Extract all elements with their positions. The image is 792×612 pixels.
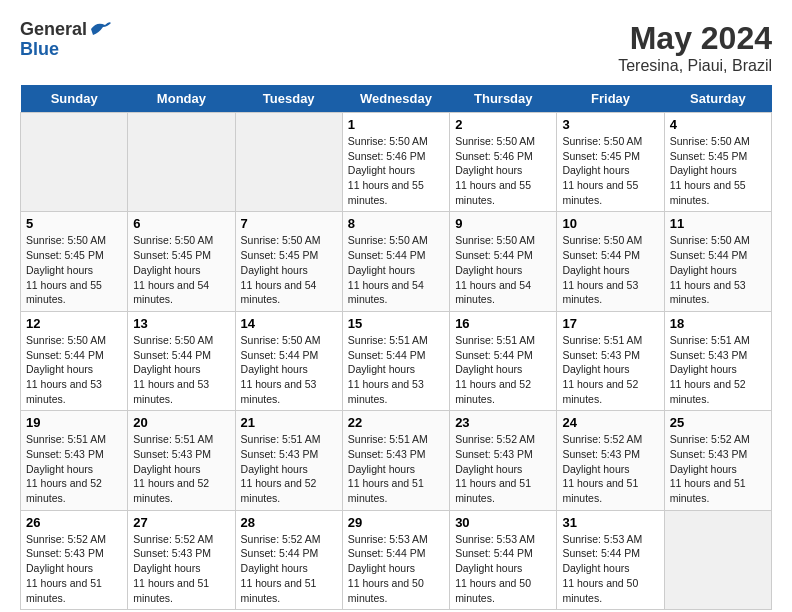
- header-sunday: Sunday: [21, 85, 128, 113]
- cell-info: Sunrise: 5:51 AM Sunset: 5:44 PM Dayligh…: [348, 333, 444, 406]
- cell-info: Sunrise: 5:50 AM Sunset: 5:45 PM Dayligh…: [26, 233, 122, 306]
- day-number: 5: [26, 216, 122, 231]
- day-number: 4: [670, 117, 766, 132]
- calendar-cell: 4 Sunrise: 5:50 AM Sunset: 5:45 PM Dayli…: [664, 113, 771, 212]
- calendar-cell: 28 Sunrise: 5:52 AM Sunset: 5:44 PM Dayl…: [235, 510, 342, 609]
- calendar-cell: 27 Sunrise: 5:52 AM Sunset: 5:43 PM Dayl…: [128, 510, 235, 609]
- cell-info: Sunrise: 5:50 AM Sunset: 5:45 PM Dayligh…: [241, 233, 337, 306]
- day-number: 23: [455, 415, 551, 430]
- calendar-cell: 15 Sunrise: 5:51 AM Sunset: 5:44 PM Dayl…: [342, 311, 449, 410]
- logo-bird-icon: [89, 19, 113, 39]
- calendar-table: Sunday Monday Tuesday Wednesday Thursday…: [20, 85, 772, 610]
- day-number: 3: [562, 117, 658, 132]
- day-number: 2: [455, 117, 551, 132]
- day-number: 21: [241, 415, 337, 430]
- day-number: 10: [562, 216, 658, 231]
- cell-info: Sunrise: 5:50 AM Sunset: 5:44 PM Dayligh…: [455, 233, 551, 306]
- day-number: 20: [133, 415, 229, 430]
- cell-info: Sunrise: 5:50 AM Sunset: 5:45 PM Dayligh…: [133, 233, 229, 306]
- cell-info: Sunrise: 5:52 AM Sunset: 5:43 PM Dayligh…: [455, 432, 551, 505]
- cell-info: Sunrise: 5:52 AM Sunset: 5:43 PM Dayligh…: [133, 532, 229, 605]
- calendar-cell: 18 Sunrise: 5:51 AM Sunset: 5:43 PM Dayl…: [664, 311, 771, 410]
- cell-info: Sunrise: 5:51 AM Sunset: 5:44 PM Dayligh…: [455, 333, 551, 406]
- page-header: General Blue May 2024 Teresina, Piaui, B…: [20, 20, 772, 75]
- cell-info: Sunrise: 5:51 AM Sunset: 5:43 PM Dayligh…: [133, 432, 229, 505]
- day-number: 28: [241, 515, 337, 530]
- calendar-cell: [664, 510, 771, 609]
- cell-info: Sunrise: 5:52 AM Sunset: 5:44 PM Dayligh…: [241, 532, 337, 605]
- day-number: 16: [455, 316, 551, 331]
- calendar-cell: 31 Sunrise: 5:53 AM Sunset: 5:44 PM Dayl…: [557, 510, 664, 609]
- cell-info: Sunrise: 5:53 AM Sunset: 5:44 PM Dayligh…: [348, 532, 444, 605]
- logo: General Blue: [20, 20, 113, 60]
- calendar-cell: 2 Sunrise: 5:50 AM Sunset: 5:46 PM Dayli…: [450, 113, 557, 212]
- day-number: 7: [241, 216, 337, 231]
- calendar-cell: 16 Sunrise: 5:51 AM Sunset: 5:44 PM Dayl…: [450, 311, 557, 410]
- cell-info: Sunrise: 5:50 AM Sunset: 5:44 PM Dayligh…: [133, 333, 229, 406]
- day-number: 30: [455, 515, 551, 530]
- day-number: 15: [348, 316, 444, 331]
- calendar-cell: 11 Sunrise: 5:50 AM Sunset: 5:44 PM Dayl…: [664, 212, 771, 311]
- day-number: 31: [562, 515, 658, 530]
- calendar-subtitle: Teresina, Piaui, Brazil: [618, 57, 772, 75]
- day-number: 22: [348, 415, 444, 430]
- cell-info: Sunrise: 5:53 AM Sunset: 5:44 PM Dayligh…: [455, 532, 551, 605]
- calendar-cell: 29 Sunrise: 5:53 AM Sunset: 5:44 PM Dayl…: [342, 510, 449, 609]
- calendar-cell: [128, 113, 235, 212]
- header-friday: Friday: [557, 85, 664, 113]
- cell-info: Sunrise: 5:51 AM Sunset: 5:43 PM Dayligh…: [26, 432, 122, 505]
- calendar-cell: 3 Sunrise: 5:50 AM Sunset: 5:45 PM Dayli…: [557, 113, 664, 212]
- day-number: 13: [133, 316, 229, 331]
- calendar-cell: 26 Sunrise: 5:52 AM Sunset: 5:43 PM Dayl…: [21, 510, 128, 609]
- cell-info: Sunrise: 5:52 AM Sunset: 5:43 PM Dayligh…: [670, 432, 766, 505]
- day-number: 17: [562, 316, 658, 331]
- calendar-cell: 21 Sunrise: 5:51 AM Sunset: 5:43 PM Dayl…: [235, 411, 342, 510]
- cell-info: Sunrise: 5:50 AM Sunset: 5:44 PM Dayligh…: [26, 333, 122, 406]
- cell-info: Sunrise: 5:51 AM Sunset: 5:43 PM Dayligh…: [348, 432, 444, 505]
- calendar-cell: [235, 113, 342, 212]
- cell-info: Sunrise: 5:52 AM Sunset: 5:43 PM Dayligh…: [562, 432, 658, 505]
- title-section: May 2024 Teresina, Piaui, Brazil: [618, 20, 772, 75]
- cell-info: Sunrise: 5:50 AM Sunset: 5:45 PM Dayligh…: [670, 134, 766, 207]
- calendar-cell: 25 Sunrise: 5:52 AM Sunset: 5:43 PM Dayl…: [664, 411, 771, 510]
- calendar-cell: 17 Sunrise: 5:51 AM Sunset: 5:43 PM Dayl…: [557, 311, 664, 410]
- cell-info: Sunrise: 5:50 AM Sunset: 5:44 PM Dayligh…: [348, 233, 444, 306]
- header-monday: Monday: [128, 85, 235, 113]
- header-thursday: Thursday: [450, 85, 557, 113]
- calendar-cell: 23 Sunrise: 5:52 AM Sunset: 5:43 PM Dayl…: [450, 411, 557, 510]
- day-number: 19: [26, 415, 122, 430]
- day-number: 27: [133, 515, 229, 530]
- cell-info: Sunrise: 5:50 AM Sunset: 5:44 PM Dayligh…: [241, 333, 337, 406]
- day-number: 25: [670, 415, 766, 430]
- calendar-cell: 7 Sunrise: 5:50 AM Sunset: 5:45 PM Dayli…: [235, 212, 342, 311]
- cell-info: Sunrise: 5:51 AM Sunset: 5:43 PM Dayligh…: [670, 333, 766, 406]
- calendar-cell: 19 Sunrise: 5:51 AM Sunset: 5:43 PM Dayl…: [21, 411, 128, 510]
- calendar-title: May 2024: [618, 20, 772, 57]
- calendar-cell: [21, 113, 128, 212]
- day-number: 6: [133, 216, 229, 231]
- day-number: 8: [348, 216, 444, 231]
- day-number: 26: [26, 515, 122, 530]
- header-tuesday: Tuesday: [235, 85, 342, 113]
- day-number: 1: [348, 117, 444, 132]
- calendar-cell: 12 Sunrise: 5:50 AM Sunset: 5:44 PM Dayl…: [21, 311, 128, 410]
- calendar-cell: 22 Sunrise: 5:51 AM Sunset: 5:43 PM Dayl…: [342, 411, 449, 510]
- header-saturday: Saturday: [664, 85, 771, 113]
- calendar-cell: 9 Sunrise: 5:50 AM Sunset: 5:44 PM Dayli…: [450, 212, 557, 311]
- calendar-cell: 5 Sunrise: 5:50 AM Sunset: 5:45 PM Dayli…: [21, 212, 128, 311]
- cell-info: Sunrise: 5:50 AM Sunset: 5:46 PM Dayligh…: [348, 134, 444, 207]
- cell-info: Sunrise: 5:51 AM Sunset: 5:43 PM Dayligh…: [562, 333, 658, 406]
- cell-info: Sunrise: 5:50 AM Sunset: 5:44 PM Dayligh…: [670, 233, 766, 306]
- logo-blue-text: Blue: [20, 40, 113, 60]
- calendar-cell: 6 Sunrise: 5:50 AM Sunset: 5:45 PM Dayli…: [128, 212, 235, 311]
- calendar-cell: 20 Sunrise: 5:51 AM Sunset: 5:43 PM Dayl…: [128, 411, 235, 510]
- header-wednesday: Wednesday: [342, 85, 449, 113]
- day-number: 14: [241, 316, 337, 331]
- calendar-cell: 13 Sunrise: 5:50 AM Sunset: 5:44 PM Dayl…: [128, 311, 235, 410]
- cell-info: Sunrise: 5:52 AM Sunset: 5:43 PM Dayligh…: [26, 532, 122, 605]
- calendar-cell: 24 Sunrise: 5:52 AM Sunset: 5:43 PM Dayl…: [557, 411, 664, 510]
- day-number: 18: [670, 316, 766, 331]
- day-number: 11: [670, 216, 766, 231]
- calendar-cell: 30 Sunrise: 5:53 AM Sunset: 5:44 PM Dayl…: [450, 510, 557, 609]
- calendar-cell: 1 Sunrise: 5:50 AM Sunset: 5:46 PM Dayli…: [342, 113, 449, 212]
